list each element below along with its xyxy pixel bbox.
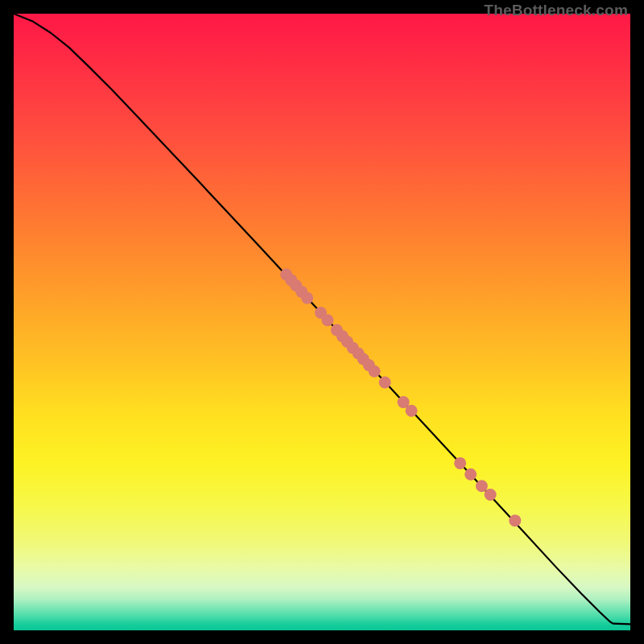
data-point bbox=[321, 314, 333, 326]
data-point bbox=[406, 405, 418, 417]
data-point bbox=[464, 469, 477, 481]
data-point bbox=[454, 457, 466, 469]
data-point bbox=[485, 489, 497, 501]
data-point bbox=[509, 514, 521, 526]
data-point bbox=[379, 377, 391, 389]
data-point bbox=[301, 292, 313, 304]
data-point bbox=[476, 480, 488, 492]
chart-stage: TheBottleneck.com bbox=[0, 0, 644, 644]
chart-overlay bbox=[14, 14, 630, 630]
data-point bbox=[369, 365, 381, 378]
